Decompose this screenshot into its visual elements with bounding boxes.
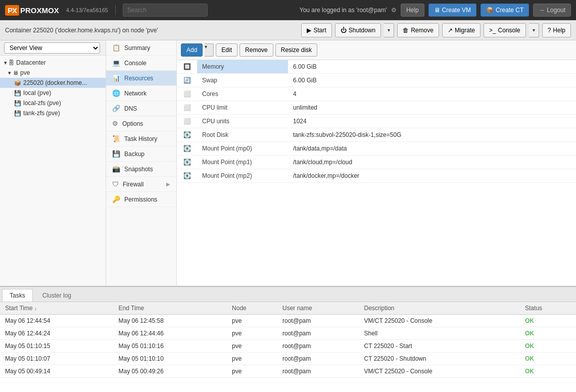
backup-icon: 💾 [112, 150, 120, 158]
task-cell-node: pve [227, 340, 277, 353]
console-nav-icon: 💻 [112, 59, 120, 67]
logout-button[interactable]: → Logout [533, 4, 571, 17]
task-cell-end: May 05 01:10:10 [114, 353, 227, 365]
task-cell-end: May 06 12:45:58 [114, 315, 227, 327]
content-toolbar: Add ▾ Edit Remove Resize disk [177, 40, 576, 60]
ct-icon: 📦 [14, 80, 21, 86]
resource-row[interactable]: ⬜CPU limitunlimited [177, 101, 576, 115]
col-starttime[interactable]: Start Time ↓ [0, 302, 114, 315]
create-vm-icon: 🖥 [434, 7, 440, 14]
tree-item-ct225020[interactable]: 📦 225020 (docker.home... [0, 78, 106, 88]
resource-row[interactable]: 💽Mount Point (mp1)/tank/cloud,mp=/cloud [177, 156, 576, 169]
resource-label: Mount Point (mp1) [197, 156, 288, 169]
create-vm-button[interactable]: 🖥 Create VM [428, 4, 476, 17]
task-cell-start: May 05 01:10:15 [0, 340, 114, 353]
nav-menu: 📋 Summary 💻 Console 📊 Resources 🌐 Networ… [106, 40, 177, 286]
add-dropdown[interactable]: ▾ [205, 43, 214, 57]
summary-icon: 📋 [112, 44, 120, 52]
server-view-select[interactable]: Server View [4, 42, 100, 54]
header-right: You are logged in as 'root@pam' ⚙ Help 🖥… [300, 4, 571, 17]
resource-icon: 🔄 [177, 74, 197, 87]
localzfs-label: local-zfs (pve) [23, 100, 61, 107]
nav-console[interactable]: 💻 Console [106, 56, 176, 71]
search-input[interactable] [123, 4, 208, 17]
task-cell-status: OK [520, 353, 576, 365]
shutdown-button[interactable]: ⏻ Shutdown [335, 23, 381, 37]
task-row[interactable]: May 05 00:49:14May 05 00:49:26pveroot@pa… [0, 365, 576, 378]
resource-icon: ⬜ [177, 115, 197, 128]
resource-label: Mount Point (mp0) [197, 142, 288, 156]
sort-icon: ↓ [34, 306, 37, 311]
resource-row[interactable]: ⬜Cores4 [177, 87, 576, 101]
nav-firewall[interactable]: 🛡 Firewall ▶ [106, 177, 176, 192]
nav-dns[interactable]: 🔗 DNS [106, 101, 176, 116]
tree-item-local[interactable]: 💾 local (pve) [0, 88, 106, 98]
nav-resources[interactable]: 📊 Resources [106, 71, 176, 86]
tree-item-tankzfs[interactable]: 💾 tank-zfs (pve) [0, 108, 106, 118]
resource-row[interactable]: 🔄Swap6.00 GiB [177, 74, 576, 87]
task-row[interactable]: May 05 01:10:15May 05 01:10:16pveroot@pa… [0, 340, 576, 353]
col-description[interactable]: Description [359, 302, 520, 315]
help-button[interactable]: Help [401, 4, 424, 17]
container-title: Container 225020 ('docker.home.kvaps.ru'… [5, 27, 298, 34]
nav-snapshots-label: Snapshots [124, 166, 153, 173]
task-cell-end: May 05 01:10:16 [114, 340, 227, 353]
col-status[interactable]: Status [520, 302, 576, 315]
tree-item-localzfs[interactable]: 💾 local-zfs (pve) [0, 98, 106, 108]
start-button[interactable]: ▶ Start [301, 23, 331, 37]
task-cell-start: May 05 01:10:07 [0, 353, 114, 365]
col-node[interactable]: Node [227, 302, 277, 315]
nav-taskhistory[interactable]: 📜 Task History [106, 131, 176, 146]
create-ct-button[interactable]: 📦 Create CT [481, 4, 529, 17]
task-cell-desc: VM/CT 225020 - Console [359, 315, 520, 327]
nav-dns-label: DNS [124, 105, 137, 112]
resource-row[interactable]: 💽Mount Point (mp0)/tank/data,mp=/data [177, 142, 576, 156]
remove-icon: 🗑 [403, 27, 409, 34]
resource-icon: 💽 [177, 128, 197, 142]
nav-options[interactable]: ⚙ Options [106, 116, 176, 131]
nav-summary[interactable]: 📋 Summary [106, 40, 176, 56]
console-dropdown[interactable]: ▾ [529, 23, 539, 37]
local-icon: 💾 [14, 90, 21, 96]
create-ct-icon: 📦 [486, 7, 494, 14]
network-icon: 🌐 [112, 89, 120, 97]
remove-button[interactable]: 🗑 Remove [397, 23, 439, 37]
resources-icon: 📊 [112, 74, 120, 82]
col-username[interactable]: User name [277, 302, 359, 315]
gear-icon[interactable]: ⚙ [391, 7, 397, 14]
resource-row[interactable]: 💽Root Disktank-zfs:subvol-225020-disk-1,… [177, 128, 576, 142]
resource-label: Memory [197, 60, 288, 74]
console-button[interactable]: >_ Console [484, 23, 526, 37]
tab-clusterlog[interactable]: Cluster log [35, 289, 79, 302]
task-cell-start: May 06 12:44:24 [0, 327, 114, 340]
tree-item-datacenter[interactable]: ▾ 🗄 Datacenter [0, 58, 106, 68]
col-endtime[interactable]: End Time [114, 302, 227, 315]
task-row[interactable]: May 06 12:44:54May 06 12:45:58pveroot@pa… [0, 315, 576, 327]
task-row[interactable]: May 05 01:10:07May 05 01:10:10pveroot@pa… [0, 353, 576, 365]
logo: PX PROXMOX [5, 5, 59, 16]
taskhistory-icon: 📜 [112, 135, 120, 142]
resource-row[interactable]: ⬜CPU units1024 [177, 115, 576, 128]
nav-summary-label: Summary [124, 44, 150, 52]
remove-toolbar-button[interactable]: Remove [239, 43, 273, 57]
shutdown-icon: ⏻ [341, 27, 347, 34]
nav-permissions[interactable]: 🔑 Permissions [106, 192, 176, 207]
resize-disk-button[interactable]: Resize disk [275, 43, 317, 57]
task-row[interactable]: May 06 12:44:24May 06 12:44:46pveroot@pa… [0, 327, 576, 340]
nav-network[interactable]: 🌐 Network [106, 86, 176, 101]
resource-row[interactable]: 🔲Memory6.00 GiB [177, 60, 576, 74]
help-action-button[interactable]: ? Help [542, 23, 571, 37]
tree-item-pve[interactable]: ▾ 🖥 pve [0, 68, 106, 78]
nav-snapshots[interactable]: 📸 Snapshots [106, 162, 176, 177]
add-button[interactable]: Add [181, 43, 203, 57]
tab-tasks[interactable]: Tasks [2, 289, 33, 302]
nav-firewall-label: Firewall [123, 181, 143, 188]
resource-row[interactable]: 💽Mount Point (mp2)/tank/docker,mp=/docke… [177, 169, 576, 183]
shutdown-dropdown[interactable]: ▾ [384, 23, 394, 37]
nav-backup[interactable]: 💾 Backup [106, 146, 176, 162]
resource-value: 4 [288, 87, 576, 101]
migrate-button[interactable]: ↗ Migrate [442, 23, 481, 37]
logout-icon: → [539, 7, 545, 14]
task-cell-user: root@pam [277, 353, 359, 365]
edit-button[interactable]: Edit [216, 43, 237, 57]
